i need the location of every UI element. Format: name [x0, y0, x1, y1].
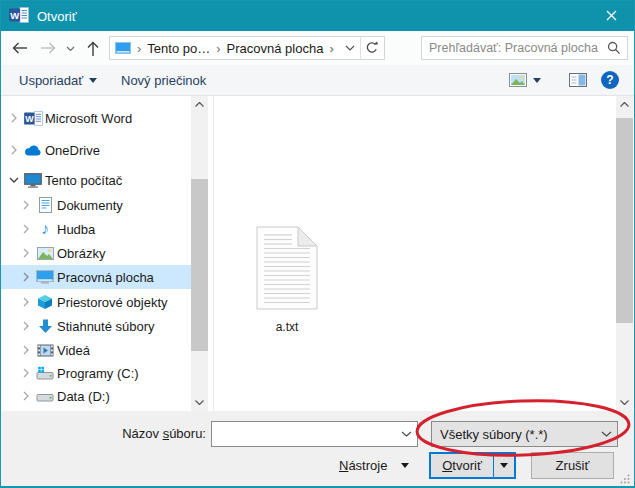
cancel-button[interactable]: Zrušiť — [531, 452, 614, 479]
file-name-label: a.txt — [244, 320, 330, 334]
computer-icon — [21, 173, 45, 188]
sidebar-item-microsoft-word[interactable]: W Microsoft Word — [1, 106, 191, 130]
chevron-right-icon[interactable] — [19, 391, 33, 401]
new-folder-label: Nový priečinok — [121, 73, 206, 88]
back-button[interactable] — [9, 38, 31, 58]
chevron-right-icon[interactable] — [19, 200, 33, 210]
chevron-right-icon[interactable] — [19, 345, 33, 355]
close-icon — [606, 9, 617, 24]
sidebar-item-label: OneDrive — [45, 143, 100, 158]
pictures-icon — [33, 247, 57, 260]
sidebar-item-documents[interactable]: Dokumenty — [1, 193, 191, 217]
drive-d-icon — [33, 389, 57, 403]
sidebar-item-downloads[interactable]: Stiahnuté súbory — [1, 314, 191, 338]
sidebar-scrollbar[interactable] — [191, 96, 208, 411]
help-button[interactable]: ? — [601, 65, 619, 95]
filename-input[interactable] — [212, 422, 396, 446]
chevron-down-icon[interactable] — [396, 431, 417, 437]
scroll-up-icon[interactable] — [191, 96, 208, 113]
sidebar-item-label: Programy (C:) — [57, 366, 139, 381]
preview-pane-icon — [569, 73, 587, 87]
word-app-icon: W — [9, 7, 29, 26]
refresh-button[interactable] — [361, 41, 384, 55]
svg-text:W: W — [10, 9, 19, 20]
sidebar-item-3d-objects[interactable]: Priestorové objekty — [1, 290, 191, 314]
dropdown-triangle-icon — [500, 463, 508, 468]
address-dropdown-button[interactable] — [340, 45, 360, 51]
up-button[interactable] — [83, 37, 103, 59]
open-dialog-window: W Otvoriť — [0, 0, 635, 488]
filename-combobox[interactable] — [211, 421, 418, 447]
music-icon: ♪ — [33, 221, 57, 237]
sidebar-item-desktop[interactable]: Pracovná plocha — [1, 265, 191, 289]
desktop-icon — [115, 42, 131, 54]
content-area: W Microsoft Word OneDrive — [1, 96, 634, 411]
chevron-right-icon[interactable] — [19, 297, 33, 307]
close-button[interactable] — [588, 1, 634, 31]
chevron-right-icon[interactable] — [19, 272, 33, 282]
onedrive-icon — [21, 144, 45, 156]
breadcrumb-item-this-pc[interactable]: Tento po… — [147, 41, 210, 56]
3d-objects-icon — [33, 294, 57, 310]
sidebar-item-music[interactable]: ♪ Hudba — [1, 217, 191, 241]
organize-button[interactable]: Usporiadať — [19, 65, 97, 95]
sidebar-item-onedrive[interactable]: OneDrive — [1, 138, 191, 162]
filetype-value: Všetky súbory (*.*) — [440, 427, 548, 442]
sidebar-item-label: Tento počítač — [45, 173, 122, 188]
forward-arrow-icon — [39, 42, 57, 54]
sidebar-item-this-pc[interactable]: Tento počítač — [1, 168, 191, 192]
recent-locations-button[interactable] — [63, 44, 77, 54]
scroll-down-icon[interactable] — [191, 394, 208, 411]
open-button[interactable]: Otvoriť — [429, 452, 516, 479]
chevron-right-icon[interactable] — [19, 321, 33, 331]
breadcrumb-item-desktop[interactable]: Pracovná plocha — [227, 41, 324, 56]
preview-pane-button[interactable] — [569, 65, 587, 95]
cancel-button-label: Zrušiť — [556, 458, 590, 473]
sidebar-item-label: Microsoft Word — [45, 111, 132, 126]
chevron-down-icon[interactable] — [595, 431, 617, 437]
file-list: a.txt — [213, 96, 616, 411]
filename-label: Názov súboru: — [56, 421, 206, 447]
scrollbar-thumb[interactable] — [616, 118, 633, 323]
filetype-combobox[interactable]: Všetky súbory (*.*) — [431, 421, 618, 447]
scrollbar-thumb[interactable] — [191, 179, 208, 351]
scroll-down-icon[interactable] — [616, 394, 633, 411]
sidebar-item-videos[interactable]: Videá — [1, 338, 191, 362]
chevron-right-icon[interactable] — [7, 145, 21, 155]
scroll-up-icon[interactable] — [616, 96, 633, 113]
chevron-right-icon[interactable] — [19, 224, 33, 234]
chevron-right-icon[interactable] — [19, 248, 33, 258]
navigation-bar: › Tento po… › Pracovná plocha › — [1, 31, 634, 65]
tools-button[interactable]: Nástroje — [333, 452, 415, 479]
sidebar-item-drive-c[interactable]: Programy (C:) — [1, 361, 191, 385]
open-button-label: Otvoriť — [431, 458, 493, 473]
chevron-down-icon[interactable] — [7, 177, 21, 183]
file-list-scrollbar[interactable] — [616, 96, 633, 411]
search-icon[interactable] — [601, 41, 627, 55]
chevron-right-icon[interactable] — [19, 368, 33, 378]
search-input[interactable] — [422, 41, 601, 55]
file-item-a-txt[interactable]: a.txt — [244, 226, 330, 334]
view-mode-button[interactable] — [509, 65, 541, 95]
open-dropdown-button[interactable] — [493, 454, 514, 477]
tools-label: Nástroje — [339, 458, 387, 473]
sidebar-item-label: Videá — [57, 343, 90, 358]
sidebar-item-label: Data (D:) — [57, 389, 110, 404]
chevron-right-icon[interactable] — [7, 113, 21, 123]
sidebar-item-label: Obrázky — [57, 246, 105, 261]
forward-button[interactable] — [37, 38, 59, 58]
resize-grip[interactable] — [620, 474, 630, 484]
sidebar-item-drive-d[interactable]: Data (D:) — [1, 384, 191, 408]
dropdown-triangle-icon — [533, 78, 541, 83]
sidebar-item-pictures[interactable]: Obrázky — [1, 241, 191, 265]
downloads-icon — [33, 319, 57, 334]
svg-text:W: W — [25, 113, 34, 123]
sidebar-item-label: Priestorové objekty — [57, 295, 168, 310]
breadcrumb: › Tento po… › Pracovná plocha › — [109, 36, 385, 60]
new-folder-button[interactable]: Nový priečinok — [121, 65, 206, 95]
dropdown-triangle-icon — [89, 78, 97, 83]
text-file-icon — [256, 226, 318, 310]
back-arrow-icon — [11, 42, 29, 54]
up-arrow-icon — [87, 40, 99, 57]
sidebar-item-label: Stiahnuté súbory — [57, 319, 155, 334]
